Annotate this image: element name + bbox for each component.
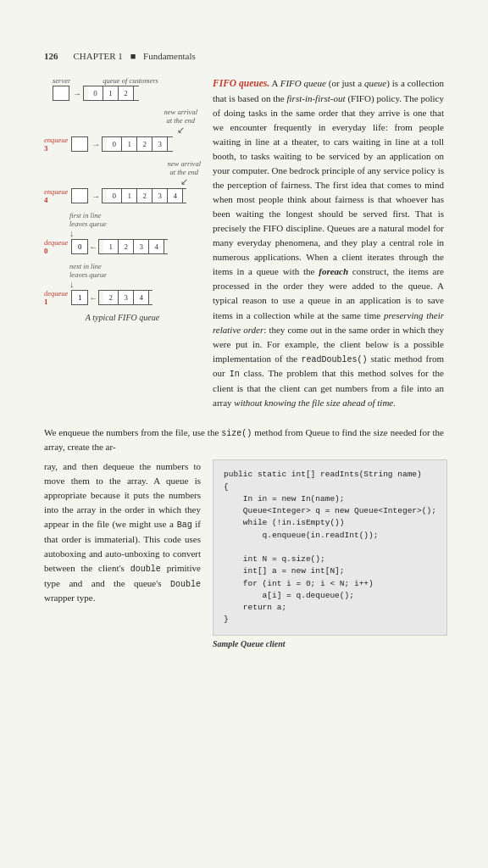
bottom-area: ray, and then dequeue the numbers to mov… xyxy=(44,459,444,648)
page: 126 CHAPTER 1 ■ Fundamentals server queu… xyxy=(0,0,488,868)
chapter-label: CHAPTER 1 ■ Fundamentals xyxy=(74,51,196,61)
fifo-title: FIFO queues. xyxy=(213,78,269,88)
initial-diagram: server queue of customers → 0 xyxy=(44,76,201,101)
code-section: public static int[] readInts(String name… xyxy=(213,459,447,648)
queue-cell: 1 xyxy=(103,86,119,101)
fifo-text: FIFO queues. A FIFO queue (or just a que… xyxy=(213,76,444,417)
bottom-left-text: ray, and then dequeue the numbers to mov… xyxy=(44,459,201,648)
code-caption: Sample Queue client xyxy=(213,639,447,648)
queue-cell: 0 xyxy=(88,86,103,101)
main-content: server queue of customers → 0 xyxy=(44,76,444,417)
full-width-paragraph: We enqueue the numbers from the file, us… xyxy=(44,426,444,455)
dequeue1-diagram: next in line leaves queue ↓ dequeue 1 1 … xyxy=(44,262,201,306)
dequeue0-diagram: first in line leaves queue ↓ dequeue 0 0… xyxy=(44,211,201,255)
header: 126 CHAPTER 1 ■ Fundamentals xyxy=(44,51,444,61)
code-block: public static int[] readInts(String name… xyxy=(213,459,447,635)
server-label: server xyxy=(53,76,70,85)
queue-cell: 2 xyxy=(119,86,134,101)
enqueue3-diagram: new arrival at the end ↙ enqueue 3 xyxy=(44,108,201,153)
diagram-caption: A typical FIFO queue xyxy=(44,313,201,322)
enqueue4-diagram: new arrival at the end ↙ enqueue 4 → xyxy=(44,159,201,204)
page-number: 126 xyxy=(44,51,58,61)
queue-label: queue of customers xyxy=(103,76,158,85)
diagrams-column: server queue of customers → 0 xyxy=(44,76,201,417)
